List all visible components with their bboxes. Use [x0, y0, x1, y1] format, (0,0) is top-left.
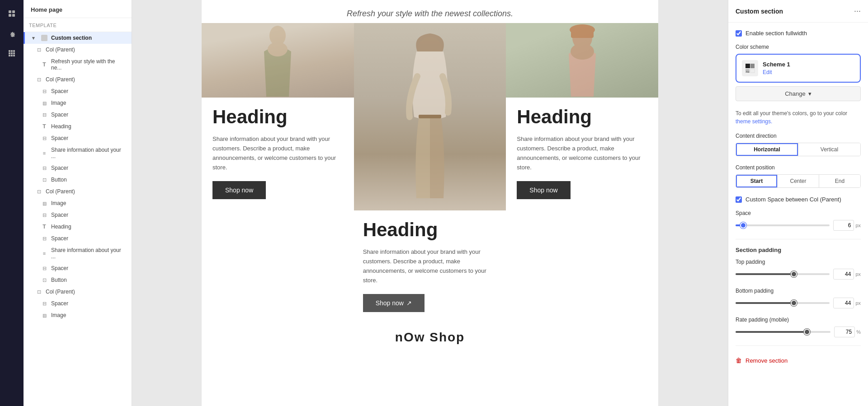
remove-section-row[interactable]: 🗑 Remove section — [736, 353, 861, 368]
item-label: Spacer — [51, 88, 68, 94]
svg-rect-22 — [750, 64, 755, 68]
enable-fullwidth-row: Enable section fullwidth — [736, 30, 861, 37]
position-start-btn[interactable]: Start — [736, 175, 777, 187]
right-panel-body: Enable section fullwidth Color scheme Aa… — [728, 23, 868, 375]
more-options-button[interactable]: ··· — [854, 6, 861, 16]
space-value-input[interactable] — [833, 220, 854, 231]
item-label: Spacer — [51, 235, 68, 242]
template-item-button-2[interactable]: ⊡ Button — [24, 274, 132, 286]
change-scheme-button[interactable]: Change ▾ — [736, 86, 861, 101]
heading-icon: T — [41, 224, 47, 230]
space-slider-setting: Space px — [736, 210, 861, 231]
svg-rect-0 — [9, 10, 11, 13]
svg-text:Aa: Aa — [746, 70, 750, 73]
section-divider-2 — [736, 345, 861, 346]
item-label: Spacer — [51, 135, 68, 141]
item-label: Button — [51, 277, 67, 283]
preview-center-image — [354, 23, 506, 210]
preview-right-content: Heading Share information about your bra… — [506, 98, 658, 208]
template-item-spacer-7[interactable]: ⊟ Spacer — [24, 262, 132, 274]
item-label: Image — [51, 200, 66, 206]
now-shop-text: nOw Shop — [211, 330, 649, 345]
template-item-heading-2[interactable]: T Heading — [24, 221, 132, 233]
text-block-icon: ≡ — [41, 150, 47, 156]
template-item-col-parent-2[interactable]: ⊡ Col (Parent) — [24, 74, 132, 85]
svg-rect-11 — [11, 55, 13, 56]
position-center-btn[interactable]: Center — [777, 175, 819, 187]
template-item-share-1[interactable]: ≡ Share information about your ... — [24, 144, 132, 162]
top-padding-unit: px — [855, 271, 861, 277]
color-hint-text: To edit all your theme's colors, go to y… — [736, 109, 861, 126]
scheme-card: Aa Scheme 1 Edit — [736, 54, 861, 83]
color-scheme-setting: Color scheme Aa Scheme 1 Edit — [736, 44, 861, 101]
bottom-padding-unit: px — [855, 300, 861, 306]
preview-tagline: Refresh your style with the newest colle… — [202, 0, 658, 23]
grid-icon[interactable] — [4, 5, 20, 22]
template-item-image-3[interactable]: ▨ Image — [24, 309, 132, 321]
template-item-button-1[interactable]: ⊡ Button — [24, 174, 132, 186]
item-label: Spacer — [51, 300, 68, 307]
template-item-refresh-text[interactable]: T Refresh your style with the ne... — [24, 56, 132, 74]
item-label: Spacer — [51, 112, 68, 118]
space-slider-track — [736, 221, 830, 230]
template-item-image-1[interactable]: ▨ Image — [24, 97, 132, 109]
template-item-share-2[interactable]: ≡ Share information about your ... — [24, 244, 132, 262]
preview-left-btn[interactable]: Shop now — [212, 181, 266, 199]
theme-settings-link[interactable]: theme settings. — [736, 118, 772, 125]
svg-rect-4 — [9, 50, 10, 52]
section-divider-1 — [736, 239, 861, 239]
heading-icon: T — [41, 123, 47, 130]
rate-padding-value-box: % — [834, 327, 861, 337]
preview-right-btn[interactable]: Shop now — [517, 181, 570, 199]
template-item-col-parent-4[interactable]: ⊡ Col (Parent) — [24, 286, 132, 298]
top-padding-input[interactable] — [833, 269, 854, 280]
template-item-spacer-5[interactable]: ⊟ Spacer — [24, 209, 132, 221]
item-label: Heading — [51, 123, 71, 130]
direction-horizontal-btn[interactable]: Horizontal — [736, 143, 798, 156]
custom-space-row: Custom Space between Col (Parent) — [736, 196, 861, 203]
template-list: Template ▾ Custom section ⊡ Col (Parent)… — [24, 18, 132, 406]
content-position-label: Content position — [736, 164, 861, 171]
custom-space-label[interactable]: Custom Space between Col (Parent) — [745, 196, 841, 203]
template-item-spacer-8[interactable]: ⊟ Spacer — [24, 298, 132, 309]
rate-padding-input[interactable] — [834, 327, 855, 337]
position-end-btn[interactable]: End — [819, 175, 860, 187]
template-item-spacer-6[interactable]: ⊟ Spacer — [24, 233, 132, 244]
template-header: Home page — [24, 0, 132, 18]
layout-icon: ⊡ — [36, 76, 42, 83]
item-label: Share information about your ... — [51, 247, 126, 260]
direction-vertical-btn[interactable]: Vertical — [798, 143, 860, 156]
item-label: Custom section — [51, 35, 92, 41]
preview-center-content: Heading Share information about your bra… — [354, 210, 506, 321]
template-item-spacer-2[interactable]: ⊟ Spacer — [24, 109, 132, 121]
template-item-heading-1[interactable]: T Heading — [24, 121, 132, 132]
apps-icon[interactable] — [4, 45, 20, 61]
preview-left-col: Heading Share information about your bra… — [202, 23, 354, 321]
enable-fullwidth-label[interactable]: Enable section fullwidth — [745, 30, 807, 37]
template-item-spacer-4[interactable]: ⊟ Spacer — [24, 162, 132, 174]
svg-rect-21 — [745, 64, 750, 68]
template-item-col-parent-3[interactable]: ⊡ Col (Parent) — [24, 186, 132, 197]
template-item-col-parent-1[interactable]: ⊡ Col (Parent) — [24, 44, 132, 56]
settings-icon[interactable] — [4, 25, 20, 42]
svg-rect-19 — [571, 29, 594, 38]
enable-fullwidth-checkbox[interactable] — [736, 30, 742, 37]
template-item-custom-section[interactable]: ▾ Custom section — [24, 32, 132, 44]
bottom-padding-input[interactable] — [833, 298, 854, 308]
svg-rect-9 — [13, 52, 15, 54]
section-icon — [41, 35, 47, 41]
custom-space-checkbox[interactable] — [736, 196, 742, 203]
template-item-spacer-3[interactable]: ⊟ Spacer — [24, 132, 132, 144]
spacer-icon: ⊟ — [41, 212, 47, 218]
page-preview: Refresh your style with the newest colle… — [202, 0, 658, 406]
template-item-image-2[interactable]: ▨ Image — [24, 197, 132, 209]
svg-rect-7 — [9, 52, 10, 54]
item-label: Spacer — [51, 165, 68, 171]
scheme-edit-link[interactable]: Edit — [763, 69, 772, 75]
text-icon: T — [41, 61, 47, 68]
space-unit: px — [855, 223, 861, 228]
item-label: Image — [51, 312, 66, 318]
preview-center-btn[interactable]: Shop now ↗ — [363, 294, 425, 312]
preview-center-heading: Heading — [363, 219, 497, 240]
template-item-spacer-1[interactable]: ⊟ Spacer — [24, 85, 132, 97]
